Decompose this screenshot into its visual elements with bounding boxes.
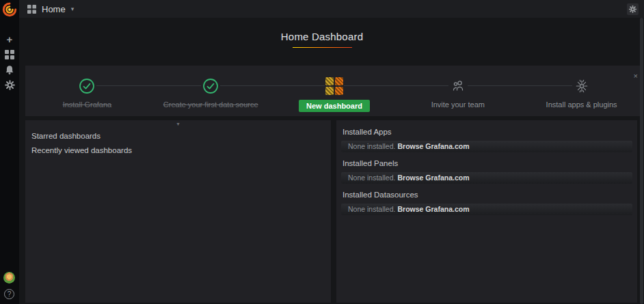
- installed-apps-heading: Installed Apps: [343, 128, 631, 136]
- browse-grafana-link[interactable]: Browse Grafana.com: [397, 142, 469, 150]
- step-create-datasource[interactable]: Create your first data source: [149, 66, 273, 116]
- step-install-grafana[interactable]: Install Grafana: [25, 66, 149, 116]
- user-avatar[interactable]: [3, 272, 15, 284]
- plugin-list-panel: Installed Apps None installed.Browse Gra…: [336, 120, 637, 303]
- page-title: Home Dashboard: [0, 31, 644, 48]
- dashboard-squares-icon: [325, 77, 344, 96]
- plugins-spark-icon: [572, 77, 591, 96]
- dashboard-picker[interactable]: Home ▾: [19, 4, 74, 14]
- installed-panels-heading: Installed Panels: [343, 159, 631, 167]
- configuration-gear-icon[interactable]: [0, 79, 19, 91]
- new-dashboard-button[interactable]: New dashboard: [299, 100, 370, 112]
- create-plus-icon[interactable]: +: [0, 33, 19, 45]
- check-circle-icon: [77, 77, 96, 96]
- alerting-bell-icon[interactable]: [0, 64, 19, 76]
- dashboards-list-panel: ▾ Starred dashboards Recently viewed das…: [25, 120, 331, 303]
- browse-grafana-link[interactable]: Browse Grafana.com: [397, 205, 469, 213]
- empty-text: None installed.: [348, 205, 395, 213]
- dashboard-settings-button[interactable]: [627, 3, 639, 15]
- step-invite-team[interactable]: Invite your team: [396, 66, 520, 116]
- installed-apps-row[interactable]: None installed.Browse Grafana.com: [341, 141, 632, 152]
- starred-dashboards-heading[interactable]: Starred dashboards: [31, 130, 325, 141]
- dashboard-grid-icon: [27, 5, 36, 14]
- installed-datasources-heading: Installed Datasources: [343, 191, 631, 199]
- panel-menu-caret-icon[interactable]: ▾: [25, 120, 331, 128]
- grafana-home-screen: + ?: [0, 0, 644, 304]
- title-underline: [293, 47, 352, 48]
- chevron-down-icon: ▾: [71, 5, 75, 12]
- help-icon[interactable]: ?: [4, 289, 14, 299]
- top-navbar: Home ▾: [19, 0, 644, 18]
- getting-started-panel: × Install Grafana Create y: [25, 66, 643, 116]
- step-label: Install Grafana: [63, 100, 112, 109]
- step-label: Create your first data source: [163, 100, 258, 109]
- empty-text: None installed.: [348, 174, 395, 182]
- side-menu: + ?: [0, 0, 19, 304]
- step-install-plugins[interactable]: Install apps & plugins: [520, 66, 643, 116]
- step-label: Install apps & plugins: [546, 100, 617, 109]
- vertical-scrollbar[interactable]: [639, 18, 644, 304]
- browse-grafana-link[interactable]: Browse Grafana.com: [397, 174, 469, 182]
- grafana-logo-icon[interactable]: [2, 2, 17, 17]
- step-label: Invite your team: [431, 100, 485, 109]
- installed-datasources-row[interactable]: None installed.Browse Grafana.com: [341, 204, 632, 215]
- step-new-dashboard: New dashboard: [273, 66, 397, 116]
- breadcrumb: Home: [42, 4, 66, 14]
- empty-text: None installed.: [348, 142, 395, 150]
- recently-viewed-dashboards-heading[interactable]: Recently viewed dashboards: [31, 145, 325, 156]
- team-people-icon: [448, 77, 468, 96]
- installed-panels-row[interactable]: None installed.Browse Grafana.com: [341, 172, 632, 184]
- scrollbar-thumb[interactable]: [640, 18, 643, 304]
- page-title-text: Home Dashboard: [281, 31, 363, 42]
- check-circle-icon: [201, 77, 220, 96]
- dashboards-grid-icon[interactable]: [0, 49, 19, 61]
